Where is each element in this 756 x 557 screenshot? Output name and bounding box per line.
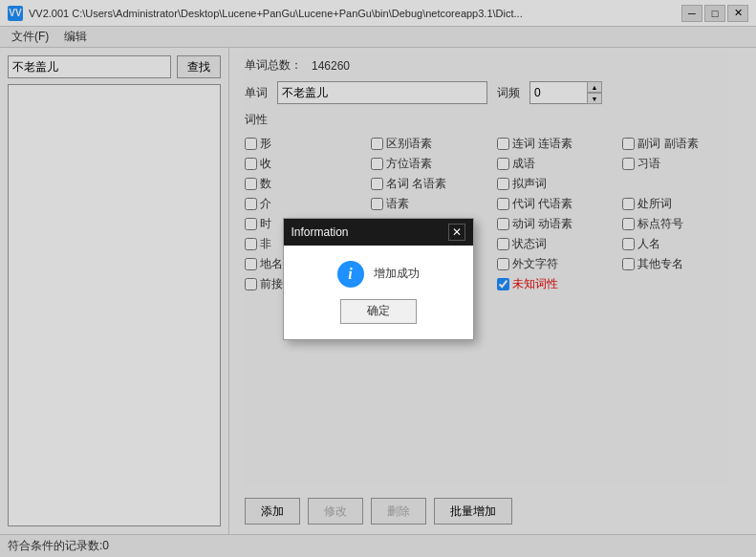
dialog-body: i 增加成功 确定 xyxy=(284,246,473,339)
info-icon: i xyxy=(337,261,364,288)
dialog-close-button[interactable]: ✕ xyxy=(448,224,465,241)
dialog-ok-button[interactable]: 确定 xyxy=(340,299,417,324)
information-dialog: Information ✕ i 增加成功 确定 xyxy=(283,218,474,340)
modal-overlay: Information ✕ i 增加成功 确定 xyxy=(0,0,756,557)
dialog-title-text: Information xyxy=(292,225,349,239)
dialog-message: 增加成功 xyxy=(374,266,420,282)
dialog-title-bar: Information ✕ xyxy=(284,219,473,246)
dialog-info-row: i 增加成功 xyxy=(337,261,420,288)
